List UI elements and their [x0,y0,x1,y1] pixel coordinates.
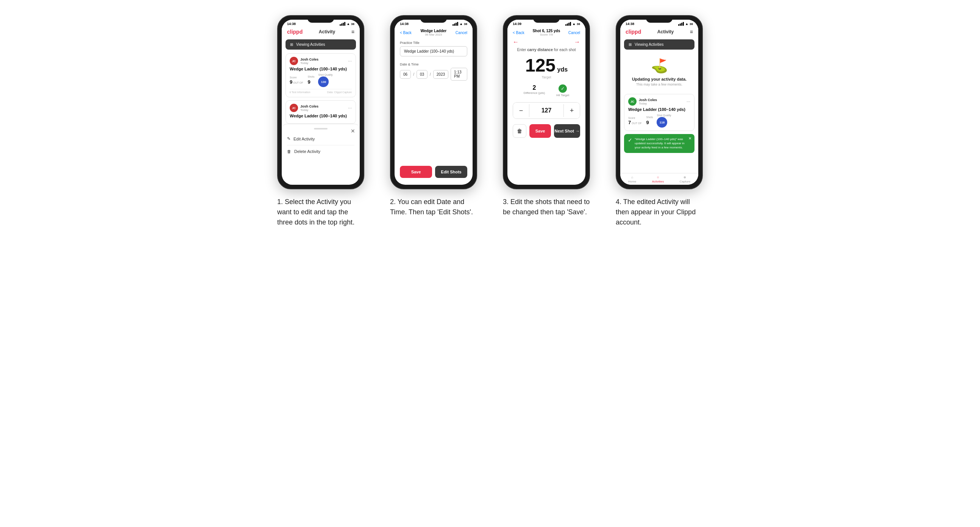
shots-label-1: Shots [308,75,315,78]
activity-banner-4: ⊞ Viewing Activities [624,40,694,49]
score-label-4: Score [628,117,643,119]
shot-metrics-3: 2 Difference (yds) Hit Target [508,82,585,99]
battery-2: 38 [464,22,467,26]
hit-target-label: Hit Target [556,94,569,97]
edit-shots-button[interactable]: Edit Shots [435,166,467,178]
bottom-nav-4: ⌂ Home ☆ Activities ⊕ Capture [620,173,698,185]
sheet-close-icon[interactable]: ✕ [351,128,355,134]
practice-title-input[interactable] [400,46,467,56]
activity-card-1[interactable]: JC Josh Coles Today ··· Wedge Ladder (10… [286,53,356,97]
phone-3-screen: 14:39 ▲ 38 < Back [508,20,585,185]
shot-sub-3: Score 7/9 [532,33,560,37]
delete-activity-item[interactable]: 🗑 Delete Activity [287,146,355,157]
status-icons-1: ▲ 38 [340,22,355,26]
popup-sheet-1: ✕ ✎ Edit Activity 🗑 Delete Activity [282,124,360,163]
trash-icon: 🗑 [287,149,291,154]
card-title-2: Wedge Ladder (100–140 yds) [290,114,352,118]
target-label-3: Target [508,75,585,79]
signal-1 [340,22,345,26]
time-input[interactable]: 1:13 PM [450,68,467,81]
card-user-1: JC Josh Coles Today [290,57,318,65]
golf-flag-icon: ⛳ [651,58,668,74]
phone-3-frame: 14:39 ▲ 38 < Back [503,15,590,189]
back-button-3[interactable]: < Back [513,31,525,35]
form-buttons-2: Save Edit Shots [395,163,473,181]
shot-instructions-3: Enter carry distance for each shot [508,46,585,53]
card-dots-1[interactable]: ··· [348,58,352,63]
menu-icon-4[interactable]: ≡ [690,29,693,35]
updating-sub: This may take a few moments. [636,83,682,86]
footer-left-1: ℹ Test Information [290,91,310,94]
time-3: 14:39 [513,22,522,26]
save-shot-button[interactable]: Save [530,124,551,138]
nav-bar-4: clippd Activity ≡ [620,27,698,37]
signal-2 [452,22,458,26]
phone-1-col: 14:38 ▲ 38 clippd Act [270,15,372,227]
card-dots-2[interactable]: ··· [348,105,352,111]
arrow-left-icon[interactable]: ← [513,39,519,45]
delete-shot-button[interactable]: 🗑 [513,124,527,138]
nav-bar-1: clippd Activity ≡ [282,27,360,37]
nav-title-2: Wedge Ladder [421,29,447,33]
card-dots-4[interactable]: ··· [687,99,690,104]
phone-1-screen: 14:38 ▲ 38 clippd Act [282,20,360,185]
year-input[interactable]: 2023 [433,70,449,79]
sq-badge-4: 118 [657,117,667,128]
user-date-4: Today [639,102,657,105]
score-label-1: Score [290,76,304,79]
avatar-2: JC [290,104,298,112]
caption-3: 3. Edit the shots that need to be change… [503,197,590,217]
score-val-4: 7 [628,120,631,125]
next-shot-button[interactable]: Next Shot → [554,124,580,138]
time-4: 14:38 [625,22,634,26]
phone-4-col: 14:38 ▲ 38 clippd Activity [608,15,710,227]
shot-minus-button[interactable]: − [513,103,529,119]
cancel-button-3[interactable]: Cancel [568,31,580,35]
month-input[interactable]: 03 [417,70,428,79]
notch-3 [533,16,560,23]
datetime-label: Date & Time [400,62,467,66]
nav-title-4: Activity [657,29,674,35]
battery-1: 38 [351,22,355,26]
back-button-2[interactable]: < Back [400,31,412,35]
status-icons-4: ▲ 38 [678,22,693,26]
shots-val-1: 9 [308,79,310,85]
nav-capture-item[interactable]: ⊕ Capture [680,176,690,183]
outof-4: OUT OF [632,122,641,125]
nav-activities-item[interactable]: ☆ Activities [652,176,664,183]
distance-num-3: 125 [525,55,555,75]
wifi-icon-4: ▲ [685,22,689,26]
delete-label: Delete Activity [294,149,320,154]
phone-3-col: 14:39 ▲ 38 < Back [495,15,598,217]
shot-plus-button[interactable]: + [564,103,580,119]
hit-target-metric: Hit Target [556,84,569,97]
cancel-button-2[interactable]: Cancel [455,31,467,35]
wifi-icon-1: ▲ [347,22,350,26]
status-icons-3: ▲ 38 [565,22,580,26]
edit-activity-item[interactable]: ✎ Edit Activity [287,133,355,144]
outof-1: OUT OF [293,81,303,84]
shot-arrows-3: ← → [508,38,585,46]
menu-icon-1[interactable]: ≡ [352,29,355,35]
capture-label: Capture [680,180,690,183]
save-button-2[interactable]: Save [400,166,432,178]
toast-close-icon[interactable]: ✕ [689,136,692,140]
shot-value-display: 127 [529,104,564,117]
activity-card-4[interactable]: JC Josh Coles Today ··· Wedge Ladder (10… [624,94,694,131]
nav-title-1: Activity [319,29,335,35]
nav-home-item[interactable]: ⌂ Home [628,176,636,183]
activity-card-2[interactable]: JC Josh Coles Today ··· Wedge Ladder (10… [286,100,356,124]
user-date-1: Today [300,61,318,65]
form-section-title: Practice Title [395,38,473,59]
sq-label-4: Shot Quality [657,114,671,117]
banner-icon-4: ⊞ [628,43,632,46]
day-input[interactable]: 06 [400,70,411,79]
banner-icon-1: ⊞ [290,43,293,46]
distance-unit-3: yds [557,66,568,73]
shot-input-row-3: − 127 + [513,102,580,119]
arrow-right-icon[interactable]: → [574,39,580,45]
home-icon: ⌂ [631,176,633,179]
status-icons-2: ▲ 38 [452,22,467,26]
wifi-icon-2: ▲ [459,22,463,26]
form-section-datetime: Date & Time 06 / 03 / 2023 1:13 PM [395,59,473,84]
